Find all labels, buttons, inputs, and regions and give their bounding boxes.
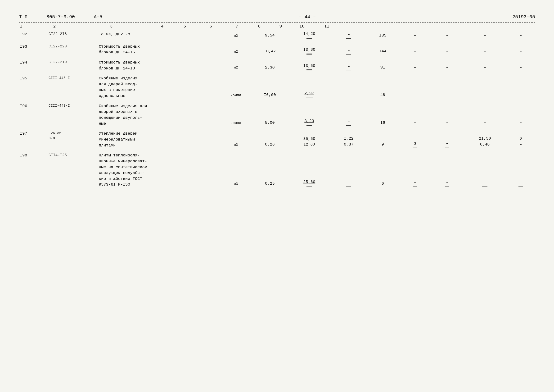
row-id: I92 <box>19 30 48 41</box>
table-row: I96 СIII-449-I Скобяные изделия длядвере… <box>19 100 535 128</box>
row-e2: – <box>431 127 463 149</box>
row-unit: м2 <box>220 41 252 56</box>
row-e3: – <box>463 41 506 56</box>
row-qty: 0,26 <box>252 127 288 149</box>
row-code: СIII-448-I <box>48 72 98 100</box>
row-e2: – <box>431 56 463 72</box>
col-header-7: 7 <box>225 24 249 29</box>
row-id: I96 <box>19 100 48 128</box>
row-e4: – <box>506 72 535 100</box>
row-id: I94 <box>19 56 48 72</box>
row-qty: 9,54 <box>252 30 288 41</box>
row-code: СI22-2I9 <box>48 56 98 72</box>
table-row: I93 СI22-223 Стоимость дверныхблоков ДГ … <box>19 41 535 56</box>
table-row: I92 СI22-2I8 То же, ДГ2I-8 м2 9,54 I4,20… <box>19 30 535 41</box>
row-code: СIII-449-I <box>48 100 98 128</box>
row-qty: 0,25 <box>252 149 288 189</box>
row-norm: ЗI <box>367 56 399 72</box>
row-e1: – <box>399 72 431 100</box>
row-price: I3,50 <box>288 56 331 72</box>
row-id: I95 <box>19 72 48 100</box>
row-desc: Плиты теплоизоля-ционные минераловат-ные… <box>98 149 220 189</box>
row-norm: 9 <box>367 127 399 149</box>
row-e3: – <box>463 100 506 128</box>
row-unit: м2 <box>220 30 252 41</box>
row-norm: I6 <box>367 100 399 128</box>
col-header-4: 4 <box>152 24 173 29</box>
row-col6: – <box>331 56 367 72</box>
row-unit: компл <box>220 100 252 128</box>
col-header-1: I <box>19 24 38 29</box>
col-header-2: 2 <box>38 24 71 29</box>
row-price: I3,80 <box>288 41 331 56</box>
row-code: СII4-I25 <box>48 149 98 189</box>
col-header-5: 5 <box>173 24 197 29</box>
row-desc: Скобяные изделиядля дверей вход-ных в по… <box>98 72 220 100</box>
row-e1: 3 <box>399 127 431 149</box>
row-desc: То же, ДГ2I-8 <box>98 30 220 41</box>
row-col6: – <box>331 30 367 41</box>
row-e3: – <box>463 72 506 100</box>
row-e2: – <box>431 149 463 189</box>
row-e3: 2I,50 0,48 <box>463 127 506 149</box>
row-e4: – <box>506 56 535 72</box>
page-container: Т П 805-7-3.90 А-5 – 44 – 25193-05 I 2 3… <box>19 14 535 189</box>
row-col6: I,22 0,37 <box>331 127 367 149</box>
row-e4: – <box>506 149 535 189</box>
row-desc: Стоимость дверныхблоков ДГ 24-I5 <box>98 41 220 56</box>
row-unit: м3 <box>220 149 252 189</box>
row-qty: IO,47 <box>252 41 288 56</box>
row-norm: I35 <box>367 30 399 41</box>
header-page: – 44 – <box>299 14 316 20</box>
table-row: I98 СII4-I25 Плиты теплоизоля-ционные ми… <box>19 149 535 189</box>
row-e2: – <box>431 100 463 128</box>
row-norm: I44 <box>367 41 399 56</box>
row-code: СI22-2I8 <box>48 30 98 41</box>
row-col6: – <box>331 149 367 189</box>
header-left: Т П 805-7-3.90 А-5 <box>19 14 102 20</box>
row-e1: – <box>399 149 431 189</box>
row-e1: – <box>399 100 431 128</box>
col-header-9: 9 <box>270 24 291 29</box>
column-headers: I 2 3 4 5 6 7 8 9 IO II <box>19 24 535 30</box>
row-e2: – <box>431 41 463 56</box>
row-desc: Утепление дверейминераловатнымиплитами <box>98 127 220 149</box>
row-code: СI22-223 <box>48 41 98 56</box>
row-norm: 48 <box>367 72 399 100</box>
top-separator <box>19 22 535 22</box>
header-code: 805-7-3.90 <box>46 14 75 20</box>
row-desc: Стоимость дверныхблоков ДГ 24-IO <box>98 56 220 72</box>
row-e3: – <box>463 149 506 189</box>
header-doc: 25193-05 <box>512 14 535 20</box>
row-qty: 2,30 <box>252 56 288 72</box>
row-code: Е26-358-8 <box>48 127 98 149</box>
row-e2: – <box>431 72 463 100</box>
table-row: I97 Е26-358-8 Утепление дверейминералова… <box>19 127 535 149</box>
table-row: I95 СIII-448-I Скобяные изделиядля двере… <box>19 72 535 100</box>
page-header: Т П 805-7-3.90 А-5 – 44 – 25193-05 <box>19 14 535 20</box>
row-price: I4,20 <box>288 30 331 41</box>
table-row: I94 СI22-2I9 Стоимость дверныхблоков ДГ … <box>19 56 535 72</box>
row-col6: – <box>331 100 367 128</box>
col-header-6: 6 <box>197 24 225 29</box>
row-id: I97 <box>19 127 48 149</box>
row-norm: 6 <box>367 149 399 189</box>
row-e2: – <box>431 30 463 41</box>
row-unit: м3 <box>220 127 252 149</box>
row-qty: 5,00 <box>252 100 288 128</box>
row-price: 35,50 I2,60 <box>288 127 331 149</box>
row-e1: – <box>399 41 431 56</box>
col-header-8: 8 <box>249 24 270 29</box>
main-table: I92 СI22-2I8 То же, ДГ2I-8 м2 9,54 I4,20… <box>19 30 535 189</box>
row-e4: – <box>506 41 535 56</box>
row-unit: м2 <box>220 56 252 72</box>
row-e3: – <box>463 56 506 72</box>
row-price: 3,23 <box>288 100 331 128</box>
row-id: I98 <box>19 149 48 189</box>
row-e4: – <box>506 30 535 41</box>
row-id: I93 <box>19 41 48 56</box>
header-a5: А-5 <box>94 14 102 20</box>
row-e1: – <box>399 30 431 41</box>
row-desc: Скобяные изделия длядверей входных впоме… <box>98 100 220 128</box>
row-e4: – <box>506 100 535 128</box>
